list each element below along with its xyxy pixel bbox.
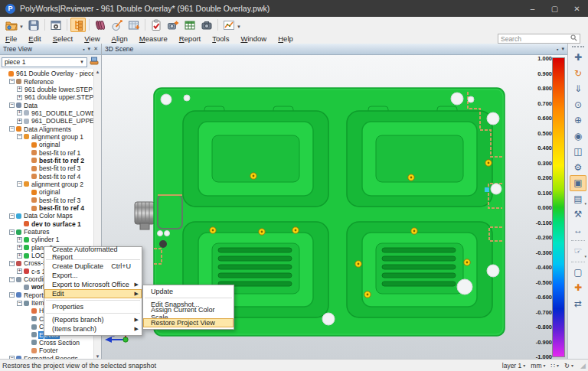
tree-row-best-fit-to-ref-4[interactable]: best-fit to ref 4 <box>0 172 93 180</box>
expander-icon[interactable]: + <box>17 237 22 242</box>
expander-icon[interactable]: + <box>17 268 22 274</box>
search-icon[interactable] <box>570 34 577 43</box>
tree-row-original[interactable]: original <box>0 188 93 196</box>
tree-row-reference[interactable]: −Reference <box>0 77 93 85</box>
tree-row-best-fit-to-ref-1[interactable]: best-fit to ref 1 <box>0 148 93 156</box>
hide-show-icon[interactable]: ◉ <box>570 129 586 145</box>
tree-row-data-color-maps[interactable]: −Data Color Maps <box>0 212 93 220</box>
tree-view-icon[interactable] <box>70 18 86 32</box>
scroll-up-icon[interactable]: ▲ <box>96 70 100 74</box>
expander-icon[interactable]: + <box>17 119 22 124</box>
expander-icon[interactable]: − <box>9 213 15 219</box>
menu-item-items-branch[interactable]: (Items branch)▶ <box>44 324 142 334</box>
refresh-button[interactable]: ↻ ▾ <box>564 362 573 369</box>
snapshot-view-icon[interactable]: ▢ <box>570 265 586 281</box>
save-icon[interactable] <box>26 18 41 32</box>
zoom-region-icon[interactable]: ⊙ <box>570 97 586 113</box>
transform-icon[interactable]: ⇄ <box>570 296 586 312</box>
tree-row-best-fit-to-ref-3[interactable]: best-fit to ref 3 <box>0 197 93 204</box>
menu-item-properties[interactable]: Properties <box>44 302 142 311</box>
toolbar-drag-handle[interactable] <box>572 46 584 47</box>
report-validation-icon[interactable] <box>149 18 164 32</box>
menu-item-reports-branch[interactable]: (Reports branch)▶ <box>44 315 142 324</box>
tree-row-footer[interactable]: Footer <box>0 347 93 354</box>
tree-row-best-fit-to-ref-4[interactable]: best-fit to ref 4 <box>0 204 93 212</box>
search-input[interactable]: Search <box>498 34 580 44</box>
layer-select[interactable]: layer 1 ▾ <box>502 362 526 369</box>
expander-icon[interactable]: + <box>17 86 22 92</box>
tree-row-data-alignments[interactable]: −Data Alignments <box>0 125 93 132</box>
expander-icon[interactable]: − <box>9 277 15 282</box>
minimize-button[interactable]: – <box>521 0 544 17</box>
rotate-3d-icon[interactable]: ↻ <box>570 66 586 82</box>
menu-item-export-to-microsoft-office[interactable]: Export to Microsoft Office▶ <box>44 280 142 289</box>
tree-row-dev-to-surface-1[interactable]: dev to surface 1 <box>0 220 93 228</box>
expander-icon[interactable]: − <box>9 261 15 266</box>
menu-item-assign-current-color-scale[interactable]: Assign Current Color Scale <box>143 309 234 318</box>
maximize-button[interactable]: ▢ <box>544 0 566 17</box>
menu-align[interactable]: Align <box>112 34 128 43</box>
menu-file[interactable]: File <box>5 34 17 43</box>
resize-grip[interactable]: ◢ <box>580 362 586 369</box>
clipping-box-icon[interactable]: ◫ <box>570 144 586 160</box>
pin-icon[interactable]: ▪ <box>557 47 558 52</box>
menu-item-edit[interactable]: Edit▶ <box>44 289 142 298</box>
piece-select[interactable]: piece 1 ▼ <box>2 57 87 67</box>
expander-icon[interactable]: − <box>17 181 22 187</box>
display-options-icon[interactable]: ⚙ <box>570 160 586 176</box>
menu-item-update[interactable]: Update <box>143 287 234 296</box>
menu-item-create-autoformatted-report[interactable]: Create Autoformatted Report <box>44 249 142 258</box>
menu-item-export[interactable]: Export... <box>44 271 142 280</box>
table-icon[interactable] <box>182 18 198 32</box>
units-select[interactable]: mm ▾ <box>531 362 545 369</box>
menu-select[interactable]: Select <box>53 34 73 43</box>
expander-icon[interactable]: − <box>17 301 22 306</box>
objects-display-icon[interactable] <box>93 18 108 32</box>
panel-close-icon[interactable]: ✕ <box>93 46 98 52</box>
expander-icon[interactable]: − <box>9 126 15 132</box>
menu-measure[interactable]: Measure <box>139 34 168 43</box>
expander-icon[interactable]: − <box>9 79 15 84</box>
tree-row-961-double-lower-step[interactable]: +961 double lower.STEP <box>0 86 93 93</box>
panel-menu-caret-icon[interactable]: ▾ <box>561 46 564 52</box>
expander-icon[interactable]: + <box>17 110 22 116</box>
expander-icon[interactable]: − <box>9 103 15 108</box>
expander-icon[interactable]: + <box>17 95 22 100</box>
close-button[interactable]: ✕ <box>566 0 588 17</box>
pin-icon[interactable]: ▪ <box>83 47 84 52</box>
tree-row-original[interactable]: original <box>0 141 93 148</box>
expander-icon[interactable]: − <box>9 229 15 235</box>
menu-item-create-duplicate[interactable]: Create DuplicateCtrl+U <box>44 262 142 271</box>
tree-row-961-double-upper-step[interactable]: +961 double upper.STEP <box>0 93 93 101</box>
menu-edit[interactable]: Edit <box>28 34 41 43</box>
tree-row-data[interactable]: −Data <box>0 101 93 109</box>
tree-row-961-double-lower-ply[interactable]: +961_DOUBLE_LOWER.ply <box>0 109 93 117</box>
add-object-icon[interactable]: ✚ <box>570 280 586 296</box>
tree-row-961-double-upper-ply[interactable]: +961_DOUBLE_UPPER.ply <box>0 117 93 125</box>
tree-row-best-fit-to-ref-2[interactable]: best-fit to ref 2 <box>0 157 93 164</box>
edit-color-scale-icon[interactable]: ⚒ <box>570 207 586 223</box>
menu-window[interactable]: Window <box>240 34 266 43</box>
menu-view[interactable]: View <box>84 34 100 43</box>
chart-icon[interactable] <box>221 18 237 32</box>
gauge-icon[interactable] <box>126 18 142 32</box>
tree-row-features[interactable]: −Features <box>0 228 93 236</box>
open-dropdown-caret[interactable]: ▼ <box>19 24 24 29</box>
expander-icon[interactable]: + <box>17 253 22 259</box>
camera-icon[interactable] <box>199 18 214 32</box>
workspace-manager-icon[interactable] <box>48 18 64 32</box>
menu-tools[interactable]: Tools <box>212 34 229 43</box>
menu-report[interactable]: Report <box>179 34 201 43</box>
piece-selector-icon[interactable] <box>89 55 100 69</box>
chart-dropdown-caret[interactable]: ▼ <box>237 24 241 29</box>
tree-row-cylinder-1[interactable]: +cylinder 1 <box>0 236 93 243</box>
interactive-zoom-icon[interactable]: ⊕ <box>570 112 586 129</box>
annotations-icon[interactable]: ▤▾ <box>570 191 586 207</box>
pan-icon[interactable]: ✚ <box>570 50 586 66</box>
move-annotations-icon[interactable]: ↔ <box>570 223 586 239</box>
panel-menu-caret-icon[interactable]: ▾ <box>88 46 91 52</box>
menu-item-restore-project-view[interactable]: Restore Project View <box>143 318 234 327</box>
expander-icon[interactable]: − <box>9 292 15 298</box>
tree-row-961-double-overlay-piece-1[interactable]: 961 Double Overlay - piece 1 <box>0 70 93 77</box>
measure-icon[interactable] <box>109 18 125 32</box>
